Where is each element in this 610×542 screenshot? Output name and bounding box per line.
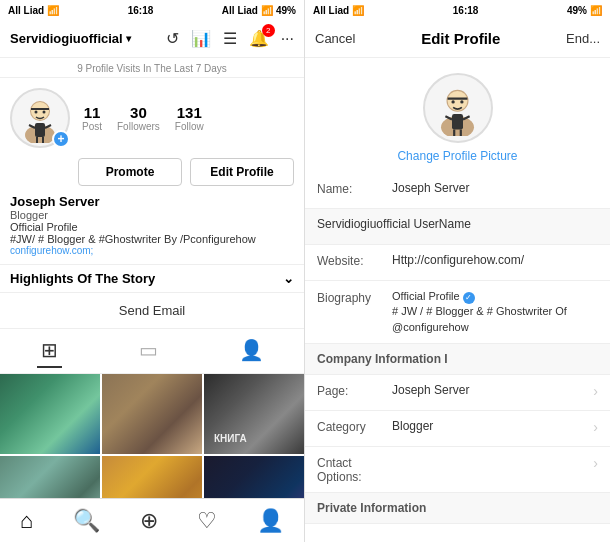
form-row-name[interactable]: Name: Joseph Server (305, 173, 610, 209)
photo-cell-5[interactable]: ⊙ (102, 456, 202, 498)
form-value-website[interactable]: Http://configurehow.com/ (392, 253, 598, 267)
form-row-biography[interactable]: Biography Official Profile ✓ # JW / # Bl… (305, 281, 610, 344)
form-label-website: Website: (317, 253, 392, 268)
list-icon[interactable]: ☰ (223, 29, 237, 48)
notification-badge: 2 (262, 24, 275, 37)
right-avatar-image (430, 81, 485, 136)
svg-point-15 (451, 100, 454, 103)
right-status-left: All Liad 📶 (313, 5, 364, 16)
svg-point-16 (460, 100, 463, 103)
form-row-page[interactable]: Page: Joseph Server › (305, 375, 610, 411)
svg-line-19 (463, 116, 470, 119)
form-row-contact[interactable]: Cntact Options: › (305, 447, 610, 493)
form-value-name[interactable]: Joseph Server (392, 181, 598, 195)
carrier2-left: All Liad (222, 5, 258, 16)
tab-tablet[interactable]: ▭ (135, 334, 162, 368)
promote-button[interactable]: Promote (78, 158, 182, 186)
profile-link[interactable]: configurehow.com; (10, 245, 294, 256)
stat-following-num: 131 (177, 104, 202, 121)
nav-home-icon[interactable]: ⌂ (20, 508, 33, 534)
profile-role: Blogger (10, 209, 294, 221)
nav-add-icon[interactable]: ⊕ (140, 508, 158, 534)
private-section-label: Private Information (317, 501, 426, 515)
form-row-category[interactable]: Category Blogger › (305, 411, 610, 447)
company-section-label: Company Information I (317, 352, 448, 366)
brand-name: Servidiogiuofficial (10, 31, 123, 46)
history-icon[interactable]: ↺ (166, 29, 179, 48)
nav-search-icon[interactable]: 🔍 (73, 508, 100, 534)
nav-profile-icon[interactable]: 👤 (257, 508, 284, 534)
nav-icons: ↺ 📊 ☰ 🔔 2 ··· (166, 29, 294, 48)
form-label-category: Category (317, 419, 392, 434)
svg-rect-6 (35, 123, 45, 137)
wifi2-icon-right: 📶 (590, 5, 602, 16)
photo-grid: КНИГА ⊙ (0, 374, 304, 498)
left-status-left: All Liad 📶 (8, 5, 59, 16)
end-button[interactable]: End... (566, 31, 600, 46)
edit-profile-button[interactable]: Edit Profile (190, 158, 294, 186)
send-email-bar[interactable]: Send Email (0, 293, 304, 329)
svg-point-13 (448, 90, 468, 110)
form-label-name: Name: (317, 181, 392, 196)
profile-bio-line1: Official Profile (10, 221, 294, 233)
right-status-bar: All Liad 📶 16:18 49% 📶 (305, 0, 610, 20)
photo-cell-1[interactable] (0, 374, 100, 454)
change-pic-section: Change Profile Picture (305, 58, 610, 173)
form-label-biography: Biography (317, 289, 392, 305)
more-icon[interactable]: ··· (281, 30, 294, 48)
change-pic-label[interactable]: Change Profile Picture (397, 149, 517, 163)
avatar-wrap[interactable]: + (10, 88, 70, 148)
form-section-company: Company Information I (305, 344, 610, 375)
form-value-page[interactable]: Joseph Server (392, 383, 589, 397)
profile-section: + 11 Post 30 Followers 131 Follow (0, 78, 304, 153)
tab-grid[interactable]: ⊞ (37, 334, 62, 368)
form-value-biography[interactable]: Official Profile ✓ # JW / # Blogger & # … (392, 289, 598, 335)
stat-followers-label: Followers (117, 121, 160, 132)
tab-person[interactable]: 👤 (235, 334, 268, 368)
form-row-website[interactable]: Website: Http://configurehow.com/ (305, 245, 610, 281)
highlights-chevron-icon: ⌄ (283, 271, 294, 286)
form-row-username: Servidiogiuofficial UserName (305, 209, 610, 245)
form-label-contact: Cntact Options: (317, 455, 392, 484)
stats-section: 11 Post 30 Followers 131 Follow (82, 104, 294, 132)
stat-posts-num: 11 (84, 104, 101, 121)
bio-section: Joseph Server Blogger Official Profile #… (0, 194, 304, 264)
highlights-label: Highlights Of The Story (10, 271, 155, 286)
svg-line-8 (45, 125, 51, 128)
visits-bar: 9 Profile Visits In The Last 7 Days (0, 58, 304, 78)
page-chevron-icon: › (593, 383, 598, 399)
wifi-icon-left: 📶 (47, 5, 59, 16)
wifi2-icon-left: 📶 (261, 5, 273, 16)
nav-brand[interactable]: Servidiogiuofficial ▾ (10, 31, 131, 46)
battery-pct-right: 49% (567, 5, 587, 16)
svg-line-18 (445, 116, 452, 119)
highlights-bar[interactable]: Highlights Of The Story ⌄ (0, 264, 304, 293)
chart-icon[interactable]: 📊 (191, 29, 211, 48)
avatar-add-icon[interactable]: + (52, 130, 70, 148)
form-label-page: Page: (317, 383, 392, 398)
form-section-private: Private Information (305, 493, 610, 524)
photo-cell-3[interactable]: КНИГА (204, 374, 304, 454)
svg-rect-17 (452, 114, 463, 129)
svg-point-4 (35, 111, 38, 114)
cancel-button[interactable]: Cancel (315, 31, 355, 46)
notifications-icon-wrap[interactable]: 🔔 2 (249, 29, 269, 48)
edit-form: Name: Joseph Server Servidiogiuofficial … (305, 173, 610, 542)
chevron-down-icon: ▾ (126, 33, 131, 44)
photo-cell-2[interactable] (102, 374, 202, 454)
profile-bio-line2: #JW/ # Blogger & #Ghostwriter By /Pconfi… (10, 233, 294, 245)
form-value-category[interactable]: Blogger (392, 419, 589, 433)
nav-heart-icon[interactable]: ♡ (197, 508, 217, 534)
left-panel: All Liad 📶 16:18 All Liad 📶 49% Servidio… (0, 0, 305, 542)
photo-cell-4[interactable] (0, 456, 100, 498)
battery-left: 49% (276, 5, 296, 16)
profile-name: Joseph Server (10, 194, 294, 209)
carrier-left: All Liad (8, 5, 44, 16)
wifi-icon-right: 📶 (352, 5, 364, 16)
media-tabs: ⊞ ▭ 👤 (0, 329, 304, 374)
visits-text: 9 Profile Visits In The Last 7 Days (77, 63, 227, 74)
stat-following-label: Follow (175, 121, 204, 132)
photo-cell-6[interactable] (204, 456, 304, 498)
right-avatar[interactable] (423, 73, 493, 143)
time-right: 16:18 (453, 5, 479, 16)
